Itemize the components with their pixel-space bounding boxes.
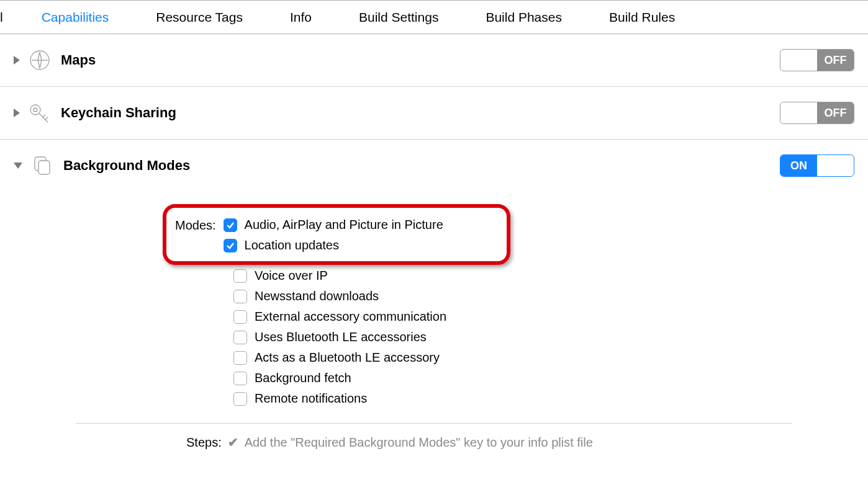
highlight-callout: Modes: Audio, AirPlay and Picture in Pic… bbox=[163, 204, 510, 265]
toggle-background-modes[interactable]: ON bbox=[780, 154, 854, 177]
mode-item-background-fetch: Background fetch bbox=[233, 371, 854, 385]
capability-title: Keychain Sharing bbox=[61, 105, 780, 121]
checkbox[interactable] bbox=[233, 372, 247, 385]
tab-build-phases[interactable]: Build Phases bbox=[462, 10, 585, 25]
capability-title: Background Modes bbox=[63, 158, 780, 174]
steps-row: Steps: ✔ Add the "Required Background Mo… bbox=[186, 435, 854, 456]
mode-label: Newsstand downloads bbox=[255, 289, 379, 303]
tab-capabilities[interactable]: Capabilities bbox=[18, 10, 133, 25]
svg-rect-4 bbox=[38, 161, 50, 174]
mode-label: Audio, AirPlay and Picture in Picture bbox=[245, 218, 443, 232]
checkbox[interactable] bbox=[224, 218, 237, 232]
mode-label: Remote notifications bbox=[255, 391, 367, 406]
tab-build-settings[interactable]: Build Settings bbox=[335, 10, 462, 25]
mode-item-location: Location updates bbox=[224, 238, 443, 252]
capability-title: Maps bbox=[61, 52, 780, 68]
tabbar: l Capabilities Resource Tags Info Build … bbox=[0, 1, 868, 34]
checkbox[interactable] bbox=[233, 269, 247, 283]
steps-label: Steps: bbox=[186, 435, 222, 450]
mode-label: Voice over IP bbox=[255, 269, 328, 283]
mode-label: Background fetch bbox=[255, 371, 351, 385]
disclosure-open-icon[interactable] bbox=[14, 163, 22, 169]
divider bbox=[76, 423, 792, 424]
tab-build-rules[interactable]: Build Rules bbox=[585, 10, 698, 25]
mode-item-bt-le-accessory: Acts as a Bluetooth LE accessory bbox=[233, 350, 854, 365]
toggle-on-label: ON bbox=[780, 155, 817, 176]
checkbox[interactable] bbox=[233, 351, 247, 365]
checkbox[interactable] bbox=[233, 392, 247, 406]
background-modes-body: Modes: Audio, AirPlay and Picture in Pic… bbox=[0, 192, 868, 456]
key-icon bbox=[27, 100, 52, 125]
capability-row-background-modes: Background Modes ON bbox=[0, 140, 868, 192]
svg-point-1 bbox=[30, 105, 40, 115]
toggle-off-label: OFF bbox=[817, 50, 854, 71]
disclosure-closed-icon[interactable] bbox=[14, 109, 20, 117]
mode-item-voip: Voice over IP bbox=[233, 269, 854, 283]
tab-resource-tags[interactable]: Resource Tags bbox=[132, 10, 266, 25]
tab-info[interactable]: Info bbox=[266, 10, 335, 25]
checkbox[interactable] bbox=[233, 290, 247, 303]
capability-row-keychain: Keychain Sharing OFF bbox=[0, 87, 868, 140]
mode-item-newsstand: Newsstand downloads bbox=[233, 289, 854, 303]
capability-row-maps: Maps OFF bbox=[0, 34, 868, 87]
svg-point-2 bbox=[34, 108, 37, 112]
mode-item-external-accessory: External accessory communication bbox=[233, 310, 854, 324]
mode-item-remote-notifications: Remote notifications bbox=[233, 391, 854, 406]
documents-icon bbox=[30, 153, 55, 178]
mode-label: Uses Bluetooth LE accessories bbox=[255, 330, 427, 344]
toggle-off-label: OFF bbox=[817, 102, 854, 123]
mode-label: Location updates bbox=[245, 238, 339, 252]
mode-label: External accessory communication bbox=[255, 310, 446, 324]
compass-icon bbox=[27, 48, 52, 73]
mode-item-audio: Audio, AirPlay and Picture in Picture bbox=[224, 218, 443, 232]
checkbox[interactable] bbox=[224, 239, 237, 252]
checkbox[interactable] bbox=[233, 310, 247, 324]
disclosure-closed-icon[interactable] bbox=[14, 56, 20, 65]
checkmark-icon: ✔ bbox=[228, 435, 238, 450]
modes-label: Modes: bbox=[175, 218, 216, 233]
mode-label: Acts as a Bluetooth LE accessory bbox=[255, 350, 440, 365]
toggle-maps[interactable]: OFF bbox=[780, 49, 854, 71]
tab-cutoff[interactable]: l bbox=[0, 10, 18, 25]
mode-item-bt-accessories: Uses Bluetooth LE accessories bbox=[233, 330, 854, 344]
checkbox[interactable] bbox=[233, 331, 247, 344]
steps-text: Add the "Required Background Modes" key … bbox=[245, 435, 593, 450]
toggle-keychain[interactable]: OFF bbox=[780, 102, 854, 124]
